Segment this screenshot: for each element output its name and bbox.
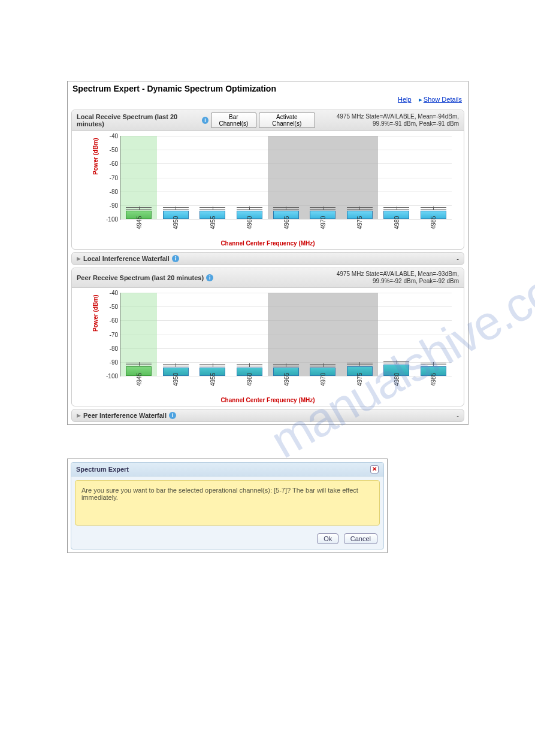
confirm-dialog: Spectrum Expert ✕ Are you sure you want … xyxy=(71,462,384,549)
y-tick-label: -80 xyxy=(102,188,118,195)
peer-spectrum-title: Peer Receive Spectrum (last 20 minutes) xyxy=(77,274,204,281)
x-tick-label: 4955 xyxy=(209,373,216,386)
show-details-link[interactable]: Show Details xyxy=(424,96,462,103)
collapse-indicator: - xyxy=(457,255,459,262)
y-tick-label: -70 xyxy=(102,174,118,181)
x-tick-label: 4980 xyxy=(393,373,400,386)
peer-plot[interactable]: -40-50-60-70-80-90-100494549504955496049… xyxy=(120,293,452,377)
local-chart-area: Power (dBm) -40-50-60-70-80-90-100494549… xyxy=(72,131,464,249)
x-tick-label: 4945 xyxy=(135,373,142,386)
y-axis-label: Power (dBm) xyxy=(92,294,99,332)
chevron-right-icon: ▸ xyxy=(419,96,422,103)
peer-waterfall-title: Peer Interference Waterfall xyxy=(83,412,167,419)
y-tick-label: -50 xyxy=(102,303,118,310)
local-plot[interactable]: -40-50-60-70-80-90-100494549504955496049… xyxy=(120,136,452,220)
x-tick-label: 4950 xyxy=(173,373,179,386)
y-tick-label: -70 xyxy=(102,331,118,338)
x-axis-label: Channel Center Frequency (MHz) xyxy=(78,240,458,247)
x-tick-label: 4945 xyxy=(135,216,142,229)
y-tick-label: -80 xyxy=(102,345,118,351)
x-tick-label: 4970 xyxy=(319,373,326,386)
cancel-button[interactable]: Cancel xyxy=(344,533,377,544)
x-tick-label: 4975 xyxy=(356,216,363,229)
y-tick-label: -90 xyxy=(102,202,118,208)
close-icon[interactable]: ✕ xyxy=(370,465,379,473)
peer-waterfall-accordion[interactable]: ▶ Peer Interference Waterfall i - xyxy=(71,409,464,422)
x-tick-label: 4965 xyxy=(283,216,289,229)
dialog-header: Spectrum Expert ✕ xyxy=(71,463,383,476)
ok-button[interactable]: Ok xyxy=(317,533,338,544)
x-tick-label: 4980 xyxy=(393,216,400,229)
dialog-screenshot-panel: Spectrum Expert ✕ Are you sure you want … xyxy=(67,459,388,553)
y-axis-label: Power (dBm) xyxy=(92,138,99,175)
chevron-right-icon: ▶ xyxy=(77,256,81,262)
y-tick-label: -100 xyxy=(102,216,118,223)
y-tick-label: -60 xyxy=(102,317,118,324)
y-tick-label: -40 xyxy=(102,290,118,296)
local-waterfall-title: Local Interference Waterfall xyxy=(83,255,170,262)
y-tick-label: -50 xyxy=(102,147,118,153)
info-icon[interactable]: i xyxy=(206,274,213,281)
peer-status-text: 4975 MHz State=AVAILABLE, Mean=-93dBm, 9… xyxy=(315,271,459,285)
y-tick-label: -100 xyxy=(102,373,118,379)
y-tick-label: -40 xyxy=(102,133,118,139)
activate-channels-button[interactable]: Activate Channel(s) xyxy=(259,113,315,128)
panel-links: Help ▸Show Details xyxy=(68,95,468,107)
x-axis-label: Channel Center Frequency (MHz) xyxy=(78,397,458,403)
y-tick-label: -90 xyxy=(102,359,118,365)
x-tick-label: 4955 xyxy=(209,216,216,229)
x-tick-label: 4975 xyxy=(356,373,363,386)
local-status-text: 4975 MHz State=AVAILABLE, Mean=-94dBm, 9… xyxy=(315,113,459,127)
local-waterfall-accordion[interactable]: ▶ Local Interference Waterfall i - xyxy=(71,252,464,265)
dialog-message: Are you sure you want to bar the selecte… xyxy=(75,480,380,526)
x-tick-label: 4965 xyxy=(283,373,289,386)
local-spectrum-header: Local Receive Spectrum (last 20 minutes)… xyxy=(72,110,464,131)
dialog-footer: Ok Cancel xyxy=(71,529,383,549)
peer-spectrum-header: Peer Receive Spectrum (last 20 minutes) … xyxy=(72,268,464,288)
info-icon[interactable]: i xyxy=(202,117,208,124)
chevron-right-icon: ▶ xyxy=(77,412,81,418)
x-tick-label: 4960 xyxy=(246,216,253,229)
dialog-title: Spectrum Expert xyxy=(76,466,129,473)
x-tick-label: 4950 xyxy=(173,216,179,229)
y-tick-label: -60 xyxy=(102,160,118,167)
x-tick-label: 4985 xyxy=(430,373,437,386)
info-icon[interactable]: i xyxy=(172,255,179,262)
info-icon[interactable]: i xyxy=(169,412,176,419)
collapse-indicator: - xyxy=(457,412,459,419)
x-tick-label: 4960 xyxy=(246,373,253,386)
local-spectrum-section: Local Receive Spectrum (last 20 minutes)… xyxy=(71,110,464,250)
page-title: Spectrum Expert - Dynamic Spectrum Optim… xyxy=(72,84,463,93)
x-tick-label: 4985 xyxy=(430,216,437,229)
peer-spectrum-section: Peer Receive Spectrum (last 20 minutes) … xyxy=(71,268,464,406)
peer-chart-area: Power (dBm) -40-50-60-70-80-90-100494549… xyxy=(72,288,464,406)
bar-channels-button[interactable]: Bar Channel(s) xyxy=(211,113,256,128)
local-spectrum-title: Local Receive Spectrum (last 20 minutes) xyxy=(77,113,200,127)
x-tick-label: 4970 xyxy=(319,216,326,229)
help-link[interactable]: Help xyxy=(398,96,412,103)
panel-header: Spectrum Expert - Dynamic Spectrum Optim… xyxy=(68,81,468,95)
spectrum-expert-panel: Spectrum Expert - Dynamic Spectrum Optim… xyxy=(67,81,468,425)
